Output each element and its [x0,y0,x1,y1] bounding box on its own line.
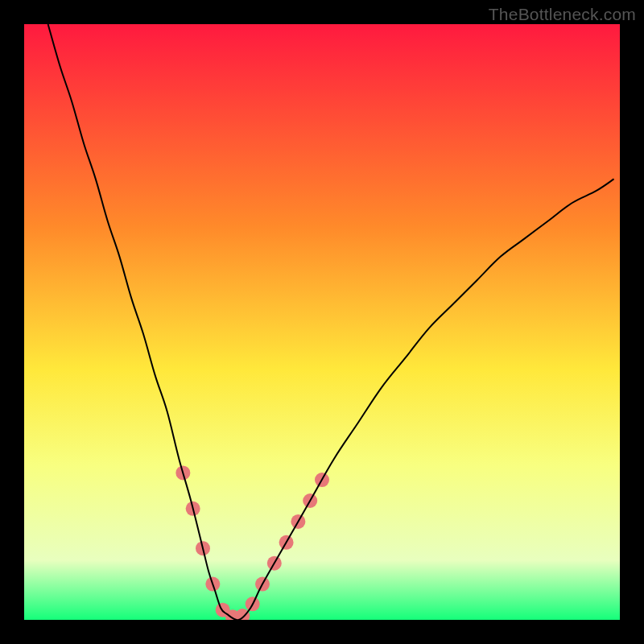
chart-frame: TheBottleneck.com [0,0,644,644]
plot-area [24,24,620,620]
gradient-background [24,24,620,620]
watermark-text: TheBottleneck.com [489,5,636,24]
chart-svg [24,24,620,620]
